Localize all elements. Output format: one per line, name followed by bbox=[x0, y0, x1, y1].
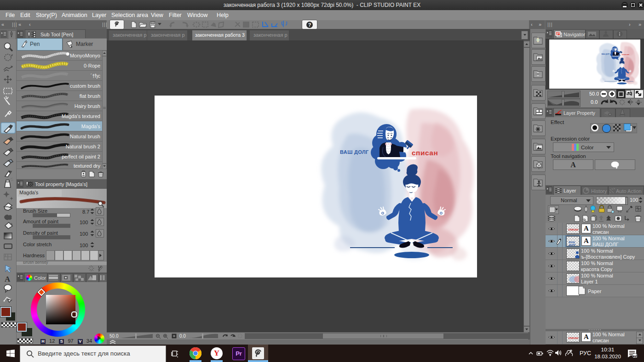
svg-text:списан: списан bbox=[622, 53, 629, 56]
svg-text:ВАШ ДОЛГ: ВАШ ДОЛГ bbox=[340, 149, 369, 155]
svg-text:списан: списан bbox=[412, 149, 438, 157]
svg-text:ВАШ ДОЛГ: ВАШ ДОЛГ bbox=[602, 53, 610, 55]
svg-text:10: 10 bbox=[633, 354, 638, 358]
